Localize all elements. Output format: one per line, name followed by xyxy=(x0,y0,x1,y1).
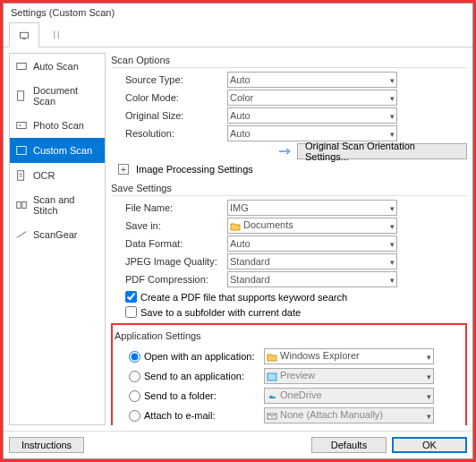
chevron-down-icon xyxy=(427,371,431,381)
preview-icon xyxy=(267,372,277,382)
chevron-down-icon xyxy=(390,274,395,285)
orientation-settings-button[interactable]: Original Scan Orientation Settings... xyxy=(297,143,467,159)
chevron-down-icon xyxy=(390,256,395,267)
sidebar-item-label: OCR xyxy=(33,170,55,181)
document-icon xyxy=(15,90,28,102)
sidebar-item-label: Custom Scan xyxy=(33,145,92,156)
file-name-field[interactable]: IMG xyxy=(227,200,397,216)
chevron-down-icon xyxy=(427,390,431,401)
folder-icon xyxy=(230,221,241,232)
jpeg-quality-label: JPEG Image Quality: xyxy=(125,256,224,267)
application-settings-section: Application Settings Open with an applic… xyxy=(111,323,467,425)
chevron-down-icon xyxy=(427,351,431,362)
sidebar-item-label: Scan and Stitch xyxy=(33,194,99,216)
chevron-down-icon xyxy=(390,202,395,213)
custom-icon xyxy=(15,144,28,157)
tab-tools[interactable] xyxy=(41,21,72,47)
source-type-select[interactable]: Auto xyxy=(227,72,397,88)
sidebar-item-scan-stitch[interactable]: Scan and Stitch xyxy=(10,188,105,222)
defaults-button[interactable]: Defaults xyxy=(311,437,387,453)
svg-rect-7 xyxy=(17,202,21,209)
email-radio[interactable] xyxy=(129,410,140,422)
stitch-icon xyxy=(15,199,28,211)
ok-button[interactable]: OK xyxy=(392,437,467,453)
photo-icon xyxy=(15,119,28,132)
window-title: Settings (Custom Scan) xyxy=(4,4,472,21)
svg-rect-2 xyxy=(18,91,24,101)
svg-rect-8 xyxy=(22,202,26,209)
send-folder-select[interactable]: OneDrive xyxy=(264,388,434,404)
pdf-compression-select[interactable]: Standard xyxy=(227,271,397,287)
chevron-down-icon xyxy=(390,238,395,249)
sidebar-item-label: Auto Scan xyxy=(33,61,79,72)
data-format-select[interactable]: Auto xyxy=(227,235,397,252)
sidebar: Auto Scan Document Scan Photo Scan Custo… xyxy=(9,53,106,425)
expand-icon[interactable]: + xyxy=(118,164,129,175)
svg-rect-5 xyxy=(17,147,27,155)
orientation-icon xyxy=(277,146,293,157)
chevron-down-icon xyxy=(390,74,395,85)
source-type-label: Source Type: xyxy=(125,74,224,85)
instructions-button[interactable]: Instructions xyxy=(9,437,84,453)
app-settings-header: Application Settings xyxy=(115,329,463,343)
ocr-icon xyxy=(15,169,28,182)
subfolder-checkbox[interactable]: Save to a subfolder with current date xyxy=(125,304,467,320)
save-settings-header: Save Settings xyxy=(111,181,467,196)
sidebar-item-auto-scan[interactable]: Auto Scan xyxy=(10,54,105,79)
onedrive-icon xyxy=(267,391,277,402)
send-app-radio[interactable] xyxy=(129,371,140,382)
send-app-select[interactable]: Preview xyxy=(264,368,434,384)
chevron-down-icon xyxy=(390,128,395,139)
save-in-select[interactable]: Documents xyxy=(227,218,397,234)
color-mode-label: Color Mode: xyxy=(125,92,224,103)
resolution-label: Resolution: xyxy=(125,128,224,139)
original-size-label: Original Size: xyxy=(125,110,224,121)
email-select[interactable]: None (Attach Manually) xyxy=(264,407,434,424)
svg-point-4 xyxy=(19,124,21,126)
sidebar-item-custom-scan[interactable]: Custom Scan xyxy=(10,138,105,163)
explorer-icon xyxy=(267,352,277,363)
image-processing-label: Image Processing Settings xyxy=(136,164,253,175)
chevron-down-icon xyxy=(427,410,431,421)
sidebar-item-document-scan[interactable]: Document Scan xyxy=(10,79,105,113)
svg-rect-6 xyxy=(18,171,24,181)
sidebar-item-ocr[interactable]: OCR xyxy=(10,163,105,188)
sidebar-item-label: Photo Scan xyxy=(33,120,84,131)
open-with-select[interactable]: Windows Explorer xyxy=(264,348,434,364)
monitor-icon xyxy=(19,30,30,41)
resolution-select[interactable]: Auto xyxy=(227,125,397,141)
jpeg-quality-select[interactable]: Standard xyxy=(227,253,397,270)
chevron-down-icon xyxy=(390,110,395,121)
chevron-down-icon xyxy=(390,220,395,231)
svg-rect-0 xyxy=(21,32,29,38)
scangear-icon xyxy=(15,228,28,241)
pdf-compression-label: PDF Compression: xyxy=(125,274,224,285)
data-format-label: Data Format: xyxy=(125,238,224,249)
original-size-select[interactable]: Auto xyxy=(227,107,397,124)
svg-rect-1 xyxy=(17,64,27,70)
tab-scan-from-computer[interactable] xyxy=(9,22,39,47)
color-mode-select[interactable]: Color xyxy=(227,90,397,106)
chevron-down-icon xyxy=(390,92,395,103)
sidebar-item-scangear[interactable]: ScanGear xyxy=(10,222,105,247)
svg-rect-3 xyxy=(17,123,27,129)
sidebar-item-photo-scan[interactable]: Photo Scan xyxy=(10,113,105,138)
tools-icon xyxy=(51,30,62,40)
sidebar-item-label: Document Scan xyxy=(33,85,99,107)
send-folder-radio[interactable] xyxy=(129,390,140,402)
pdf-keyword-checkbox[interactable]: Create a PDF file that supports keyword … xyxy=(125,289,467,304)
mail-icon xyxy=(267,411,277,422)
sidebar-item-label: ScanGear xyxy=(33,229,78,240)
scan-options-header: Scan Options xyxy=(111,53,467,68)
save-in-label: Save in: xyxy=(125,220,224,231)
svg-rect-9 xyxy=(268,373,276,381)
open-with-radio[interactable] xyxy=(129,351,140,363)
auto-icon xyxy=(15,60,28,73)
file-name-label: File Name: xyxy=(125,202,224,213)
